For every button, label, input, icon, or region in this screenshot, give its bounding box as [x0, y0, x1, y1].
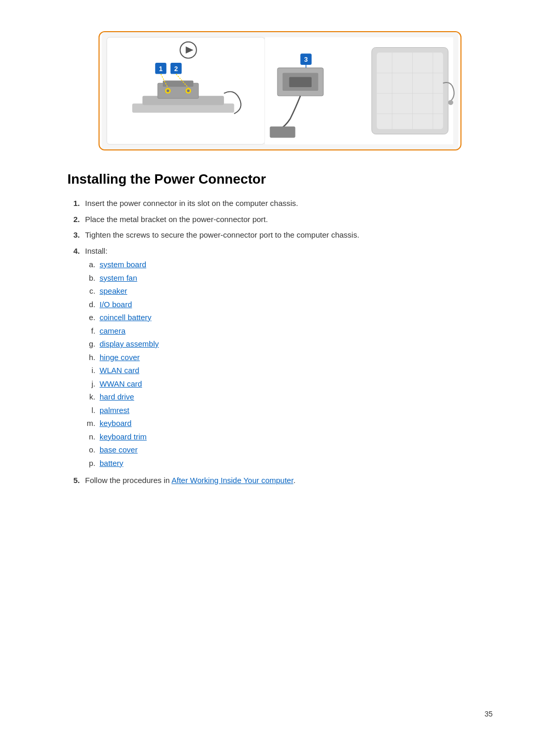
sub-label-c: c. [85, 285, 95, 297]
link-camera[interactable]: camera [100, 326, 125, 335]
link-keyboard[interactable]: keyboard [100, 419, 132, 428]
step-3-text: Tighten the screws to secure the power-c… [85, 229, 493, 241]
sub-label-m: m. [85, 418, 95, 430]
sub-label-f: f. [85, 325, 95, 337]
sub-item-g: g. display assembly [85, 338, 493, 350]
sub-label-l: l. [85, 405, 95, 417]
link-wlan-card[interactable]: WLAN card [100, 366, 139, 375]
link-keyboard-trim[interactable]: keyboard trim [100, 432, 147, 441]
link-system-board[interactable]: system board [100, 260, 146, 269]
step-1: Insert the power connector in its slot o… [67, 198, 493, 210]
link-wwan-card[interactable]: WWAN card [100, 379, 142, 388]
page-number: 35 [484, 710, 493, 718]
sub-item-e: e. coincell battery [85, 312, 493, 324]
link-coincell-battery[interactable]: coincell battery [100, 313, 151, 322]
sub-item-i: i. WLAN card [85, 365, 493, 377]
step-1-text: Insert the power connector in its slot o… [85, 198, 493, 210]
sub-label-k: k. [85, 391, 95, 403]
link-io-board[interactable]: I/O board [100, 300, 132, 309]
sub-label-n: n. [85, 431, 95, 443]
svg-text:3: 3 [304, 56, 308, 63]
sub-item-l: l. palmrest [85, 405, 493, 417]
step-5-text-before: Follow the procedures in [85, 476, 170, 485]
install-sub-list: a. system board b. system fan c. speaker… [85, 259, 493, 469]
svg-text:2: 2 [174, 65, 178, 73]
step-5-text-after: . [293, 476, 296, 485]
sub-item-j: j. WWAN card [85, 378, 493, 390]
link-hinge-cover[interactable]: hinge cover [100, 353, 140, 362]
svg-text:1: 1 [159, 65, 163, 73]
sub-label-o: o. [85, 444, 95, 456]
sub-label-g: g. [85, 338, 95, 350]
sub-label-a: a. [85, 259, 95, 271]
steps-list: Insert the power connector in its slot o… [67, 198, 493, 487]
sub-item-f: f. camera [85, 325, 493, 337]
step-5: Follow the procedures in After Working I… [67, 475, 493, 487]
link-speaker[interactable]: speaker [100, 286, 127, 295]
link-system-fan[interactable]: system fan [100, 273, 137, 282]
sub-item-m: m. keyboard [85, 418, 493, 430]
step-5-content: Follow the procedures in After Working I… [85, 475, 493, 487]
link-after-working[interactable]: After Working Inside Your computer [172, 476, 293, 485]
svg-rect-30 [270, 127, 295, 138]
sub-item-d: d. I/O board [85, 299, 493, 311]
step-2-text: Place the metal bracket on the power-con… [85, 214, 493, 226]
sub-item-o: o. base cover [85, 444, 493, 456]
svg-rect-33 [377, 52, 443, 129]
sub-label-d: d. [85, 299, 95, 311]
sub-label-j: j. [85, 378, 95, 390]
link-display-assembly[interactable]: display assembly [100, 339, 159, 348]
page-container: 1 2 3 [0, 0, 560, 532]
step-4: Install: a. system board b. system fan c… [67, 245, 493, 471]
sub-label-i: i. [85, 365, 95, 377]
sub-item-h: h. hinge cover [85, 352, 493, 364]
svg-point-40 [448, 100, 453, 105]
sub-label-h: h. [85, 352, 95, 364]
svg-rect-5 [163, 80, 193, 87]
sub-item-a: a. system board [85, 259, 493, 271]
link-battery[interactable]: battery [100, 459, 123, 467]
sub-label-b: b. [85, 272, 95, 284]
diagram-section: 1 2 3 [99, 31, 461, 150]
diagram-illustration: 1 2 3 [100, 32, 460, 149]
link-base-cover[interactable]: base cover [100, 445, 137, 454]
sub-item-b: b. system fan [85, 272, 493, 284]
sub-item-p: p. battery [85, 458, 493, 470]
link-palmrest[interactable]: palmrest [100, 406, 130, 415]
sub-item-c: c. speaker [85, 285, 493, 297]
sub-item-n: n. keyboard trim [85, 431, 493, 443]
sub-label-p: p. [85, 458, 95, 470]
sub-item-k: k. hard drive [85, 391, 493, 403]
link-hard-drive[interactable]: hard drive [100, 392, 134, 401]
step-2: Place the metal bracket on the power-con… [67, 214, 493, 226]
svg-rect-26 [289, 77, 312, 87]
sub-label-e: e. [85, 312, 95, 324]
section-title: Installing the Power Connector [67, 171, 493, 187]
step-3: Tighten the screws to secure the power-c… [67, 229, 493, 241]
step-4-text: Install: [85, 246, 107, 255]
